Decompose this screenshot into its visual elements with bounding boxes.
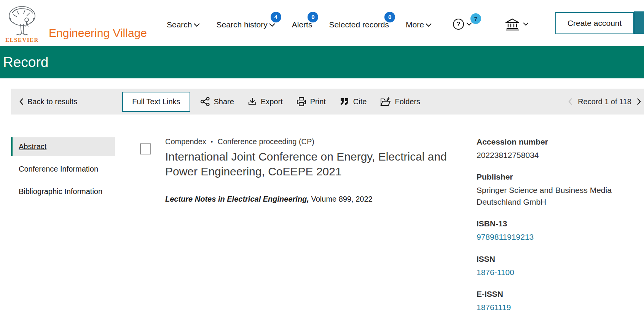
chevron-down-icon xyxy=(466,22,472,26)
create-account-button[interactable]: Create account xyxy=(555,12,634,34)
source-detail: Volume 899, 2022 xyxy=(311,195,372,203)
folder-add-icon xyxy=(380,97,391,107)
elsevier-wordmark: ELSEVIER xyxy=(5,37,39,43)
eissn-link[interactable]: 18761119 xyxy=(477,302,625,313)
elsevier-logo: ELSEVIER xyxy=(4,5,40,43)
selected-records-count-badge: 0 xyxy=(384,12,395,22)
page-title: Record xyxy=(3,54,48,70)
top-header: ELSEVIER Engineering Village Search Sear… xyxy=(0,0,644,46)
full-text-links-button[interactable]: Full Text Links xyxy=(122,92,190,112)
folders-button[interactable]: Folders xyxy=(380,97,420,107)
cite-button[interactable]: Cite xyxy=(340,97,367,106)
detail-issn: ISSN 1876-1100 xyxy=(477,255,625,278)
search-history-count-badge: 4 xyxy=(271,12,281,22)
alerts-count-badge: 0 xyxy=(308,12,318,22)
database-label: Compendex xyxy=(165,137,206,146)
record-title: International Joint Conference on Energy… xyxy=(165,149,457,179)
help-icon: ? xyxy=(453,19,464,30)
institution-menu[interactable] xyxy=(505,16,529,30)
detail-eissn: E-ISSN 18761119 xyxy=(477,290,625,313)
record-main: Compendex • Conference proceeding (CP) I… xyxy=(140,137,457,204)
chevron-down-icon xyxy=(269,23,275,27)
share-icon xyxy=(200,97,210,107)
share-button[interactable]: Share xyxy=(200,97,234,107)
nav-selected-records[interactable]: Selected records 0 xyxy=(329,17,389,29)
back-to-results-button[interactable]: Back to results xyxy=(19,97,77,106)
help-menu[interactable]: ? 7 xyxy=(453,16,472,30)
main-nav: Search Search history 4 Alerts 0 Selecte… xyxy=(167,17,432,29)
detail-publisher: Publisher Springer Science and Business … xyxy=(477,172,625,208)
brand[interactable]: ELSEVIER Engineering Village xyxy=(4,3,147,43)
isbn13-link[interactable]: 9789811919213 xyxy=(477,231,625,243)
select-record-checkbox[interactable] xyxy=(140,143,151,154)
chevron-down-icon xyxy=(194,23,200,27)
record-details-panel: Accession number 20223812758034 Publishe… xyxy=(477,137,625,323)
institution-icon xyxy=(505,18,519,30)
record-section-nav: Abstract Conference Information Bibliogr… xyxy=(11,137,115,205)
source-title: Lecture Notes in Electrical Engineering, xyxy=(165,195,309,203)
quote-icon xyxy=(340,97,349,106)
nav-search-history[interactable]: Search history 4 xyxy=(217,17,275,29)
nav-search[interactable]: Search xyxy=(167,17,200,29)
detail-isbn13: ISBN-13 9789811919213 xyxy=(477,219,625,243)
sidebar-item-bibliographic-information[interactable]: Bibliographic Information xyxy=(11,182,115,201)
sidebar-item-abstract[interactable]: Abstract xyxy=(11,137,115,156)
source-line: Lecture Notes in Electrical Engineering,… xyxy=(165,195,457,204)
nav-more[interactable]: More xyxy=(406,17,432,29)
toolbar-actions: Share Export Print xyxy=(200,97,421,107)
app-title: Engineering Village xyxy=(49,27,147,40)
chevron-left-icon xyxy=(19,98,24,105)
previous-record-icon xyxy=(568,98,572,105)
record-pagination-label: Record 1 of 118 xyxy=(578,97,631,106)
issn-link[interactable]: 1876-1100 xyxy=(477,267,625,278)
chevron-down-icon xyxy=(523,22,529,26)
detail-accession-number: Accession number 20223812758034 xyxy=(477,137,625,161)
chevron-down-icon xyxy=(426,23,432,27)
record-meta: Compendex • Conference proceeding (CP) xyxy=(165,137,457,146)
help-count-badge: 7 xyxy=(470,13,481,24)
record-summary: Compendex • Conference proceeding (CP) I… xyxy=(165,137,457,204)
printer-icon xyxy=(296,97,306,106)
document-type-label: Conference proceeding (CP) xyxy=(217,137,314,146)
record-pagination: Record 1 of 118 xyxy=(568,97,641,106)
sidebar-item-conference-information[interactable]: Conference Information xyxy=(11,160,115,178)
separator-dot: • xyxy=(211,138,213,145)
record-toolbar: Back to results Full Text Links Share Ex… xyxy=(11,89,644,115)
nav-alerts[interactable]: Alerts 0 xyxy=(292,17,312,29)
download-icon xyxy=(248,97,257,106)
print-button[interactable]: Print xyxy=(296,97,326,106)
next-record-button[interactable] xyxy=(637,98,641,105)
record-content: Abstract Conference Information Bibliogr… xyxy=(0,137,644,323)
export-button[interactable]: Export xyxy=(248,97,283,106)
sign-in-strip[interactable] xyxy=(634,11,644,34)
elsevier-tree-icon xyxy=(5,5,39,37)
page-banner: Record xyxy=(0,46,644,78)
